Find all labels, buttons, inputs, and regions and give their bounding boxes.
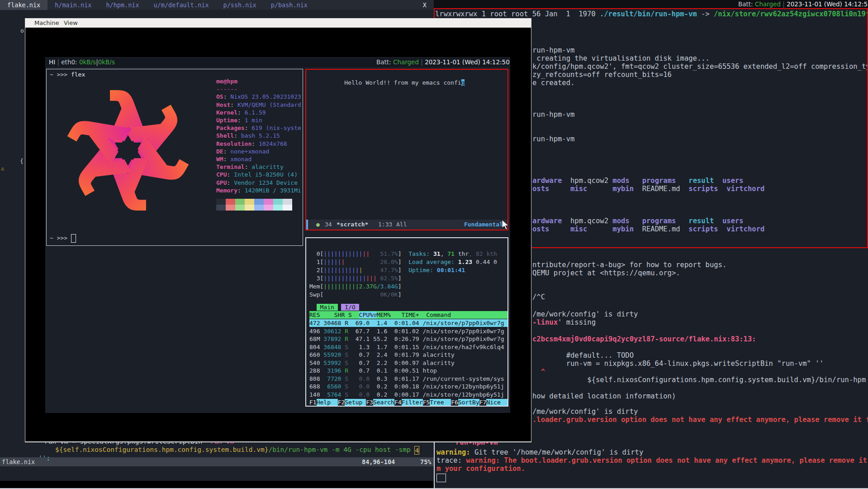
neofetch-line: Packages: 619 (nix-syste xyxy=(216,124,301,132)
terminal-line: -linux' missing xyxy=(532,318,596,326)
terminal-line: m your configuration. xyxy=(436,465,525,473)
tab-hpm-nix[interactable]: h/hpm.nix xyxy=(99,0,146,10)
tab-main-nix[interactable]: h/main.nix xyxy=(47,0,99,10)
tab-ssh-nix[interactable]: p/ssh.nix xyxy=(216,0,264,10)
tab-close-button[interactable]: X xyxy=(416,0,434,10)
modeline-buffer: *scratch* xyxy=(337,220,368,230)
terminal-line: #default... TODO xyxy=(532,351,634,360)
neofetch-line: DE: none+xmonad xyxy=(216,148,269,155)
window-tab-bar: flake.nix h/main.nix h/hpm.nix u/m/defau… xyxy=(0,0,434,10)
truncated-glyph: o xyxy=(20,27,24,34)
htop-row: 496 30612 R 67.7 1.6 0:01.02 /nix/store/… xyxy=(309,327,504,335)
htop-meter: Mem[||||||||||2.37G/3.84G] xyxy=(309,283,402,290)
htop-row: 540 53992 S 0.7 2.2 0:00.97 alacritty xyxy=(309,359,455,367)
emacs-modeline: ● 34 *scratch* 1:33 All Fundamental xyxy=(306,220,508,230)
htop-row: 288 3196 R 0.7 0.1 0:00.51 htop xyxy=(309,367,437,374)
color-palette xyxy=(216,199,292,211)
neofetch-line: Resolution: 1024x768 xyxy=(216,140,287,148)
terminal-line: run-hpm-vm xyxy=(532,110,574,119)
neofetch-line: OS: NixOS 23.05.20231023 xyxy=(216,93,301,101)
htop-row: 808 7720 S 0.0 0.3 0:01.17 /run/current-… xyxy=(309,375,504,383)
neofetch-line: Kernel: 6.1.59 xyxy=(216,109,266,116)
terminal-line: .loader.grub.version option does not hav… xyxy=(532,416,868,424)
htop-row-selected: 472 30468 R 69.0 1.4 0:01.04 /nix/store/… xyxy=(309,319,508,327)
terminal-line: creating the virtualisation disk image..… xyxy=(532,54,710,62)
terminal-line: QEMU project at <https://qemu.org>. xyxy=(532,269,680,277)
palette-row xyxy=(216,205,292,211)
palette-row xyxy=(216,199,292,205)
terminal-line: ardware hpm.qcow2 mods programs result u… xyxy=(532,177,744,185)
terminal-line: ${self.nixosConfigurations.hpm.config.sy… xyxy=(532,376,866,384)
htop-row: 68M 37892 R 47.1 55.2 0:26.79 /nix/store… xyxy=(309,335,504,343)
shell-prompt: ~ >>> flex xyxy=(50,71,85,78)
terminal-line: c2bcsm4xmj0vd0capi9q2yc0yzl87-source/fla… xyxy=(532,335,756,343)
statusline-ruler: 84,96-104 xyxy=(362,457,395,466)
modeline-all: All xyxy=(396,220,407,230)
terminal-line: how detailed location information) xyxy=(532,392,676,400)
menu-view[interactable]: View xyxy=(64,19,78,28)
tab-default-nix[interactable]: u/m/default.nix xyxy=(147,0,216,10)
htop-meter: 2[||||||||||| 47.7%] Uptime: 00:01:41 xyxy=(309,266,465,274)
vm-terminal-left[interactable]: λ λ λ λ λ λ ~ >>> flexme@hpm------OS: Ni… xyxy=(46,69,303,246)
htop-row: 804 36848 S 1.3 1.7 0:01.15 /nix/store/h… xyxy=(309,343,504,351)
terminal-line: trace: warning: The boot.loader.grub.ver… xyxy=(436,456,868,465)
htop-row: 140 5764 S 0.0 0.2 0:00.17 /nix/store/12… xyxy=(309,391,504,398)
neofetch-line: Memory: 1420MiB / 3931Mi xyxy=(216,187,301,194)
modeline-accent xyxy=(306,220,308,230)
neofetch-line: Host: KVM/QEMU (Standard xyxy=(216,101,301,109)
desktop: HI | enp1s0: 0kB/s|0kB/sBatt: Charged | … xyxy=(0,0,868,489)
emacs-cursor: g xyxy=(461,79,465,86)
qemu-menu-bar: Machine View xyxy=(25,19,531,28)
terminal-line: run-hpm-vm xyxy=(455,442,498,446)
terminal-right-bottom[interactable]: run-hpm-vmwarning: Git tree '/home/me/wo… xyxy=(434,442,868,489)
terminal-line: ^ xyxy=(532,368,545,376)
terminal-line: /me/work/config' is dirty xyxy=(532,408,638,416)
htop-row: 688 6560 S 0.0 0.2 0:00.18 /nix/store/12… xyxy=(309,383,504,390)
vm-status-left: HI | eth0: 0kB/s|0kB/s xyxy=(49,58,115,66)
statusline-percent: 75% xyxy=(420,457,431,466)
code-line: ''; xyxy=(38,454,50,462)
code-line: ${self.nixosConfigurations.hpm.config.sy… xyxy=(55,446,419,455)
host-status-right: Batt: Charged | 2023-11-01 (Wed) 14:12:5… xyxy=(738,0,868,8)
modified-dot-icon: ● xyxy=(316,220,320,230)
vm-htop-window[interactable]: 0[||||||||||||| 51.7%] Tasks: 31, 71 thr… xyxy=(305,237,508,407)
neofetch-line: WM: xmonad xyxy=(216,155,251,163)
terminal-line: ntribute/report-a-bug> for how to report… xyxy=(532,261,726,269)
terminal-line: warning: Git tree '/home/me/work/config'… xyxy=(436,448,643,456)
vm-emacs-window[interactable]: Hello World!! from my emacs config ● 34 … xyxy=(305,69,508,230)
menu-machine[interactable]: Machine xyxy=(34,19,59,28)
emacs-buffer-text: Hello World!! from my emacs config xyxy=(309,71,465,94)
terminal-line: osts misc mybin README.md scripts virtch… xyxy=(532,225,764,233)
terminal-line: zy_refcounts=off refcount_bits=16 xyxy=(532,71,672,79)
neofetch-line: CPU: Intel i5-8250U (4) xyxy=(216,171,298,178)
vm-status-bar: HI | eth0: 0kB/s|0kB/sBatt: Charged | 20… xyxy=(46,58,509,67)
modeline-pos: 1:33 xyxy=(378,220,392,230)
terminal-line: lrwxrwxrwx 1 root root 56 Jan 1 1970 ./r… xyxy=(435,10,868,18)
neofetch-line: GPU: Vendor 1234 Device xyxy=(216,179,298,187)
tab-bash-nix[interactable]: p/bash.nix xyxy=(264,0,315,10)
terminal-cursor xyxy=(436,474,446,482)
htop-fkey-bar[interactable]: F1Help F2Setup F3SearchF4FilterF5Tree F6… xyxy=(309,398,508,406)
mouse-cursor xyxy=(500,219,510,230)
vm-status-right: Batt: Charged | 2023-11-01 (Wed) 14:12:5… xyxy=(376,58,510,66)
terminal-line: ardware hpm.qcow2 mods programs result u… xyxy=(532,217,744,225)
neofetch-line: me@hpm xyxy=(216,77,237,85)
truncated-glyph: { xyxy=(20,157,24,165)
htop-meter: Swp[ 0K/0K] xyxy=(309,291,402,298)
vm-display[interactable]: HI | eth0: 0kB/s|0kB/sBatt: Charged | 20… xyxy=(45,57,510,413)
terminal-line: run-hpm-vm xyxy=(532,135,574,143)
htop-meter: 3[||||||||||||||| 62.5%] xyxy=(309,274,402,282)
modeline-num: 34 xyxy=(325,220,332,230)
htop-row: 660 55920 S 0.7 2.4 0:01.79 alacritty xyxy=(309,351,455,359)
modeline-mode: Fundamental xyxy=(464,220,503,230)
htop-meter: 0[||||||||||||| 51.7%] Tasks: 31, 71 thr… xyxy=(309,250,497,258)
htop-header[interactable]: RES SHR S CPU%▽MEM% TIME+ Command xyxy=(309,311,508,319)
terminal-line: /me/work/config' is dirty xyxy=(532,310,638,318)
htop-tabs[interactable]: Main I/O xyxy=(309,303,359,311)
terminal-line: run-vm = nixpkgs.x86_64-linux.pkgs.write… xyxy=(532,360,824,368)
tab-flake-nix[interactable]: flake.nix xyxy=(0,0,47,10)
terminal-line: osts misc mybin README.md scripts virtch… xyxy=(532,185,764,193)
warning-glyph: ⚠ xyxy=(1,164,5,172)
qemu-window[interactable]: Machine View HI | eth0: 0kB/s|0kB/sBatt:… xyxy=(25,18,531,442)
terminal-line: k/config/hpm.qcow2', fmt=qcow2 cluster_s… xyxy=(532,62,868,71)
